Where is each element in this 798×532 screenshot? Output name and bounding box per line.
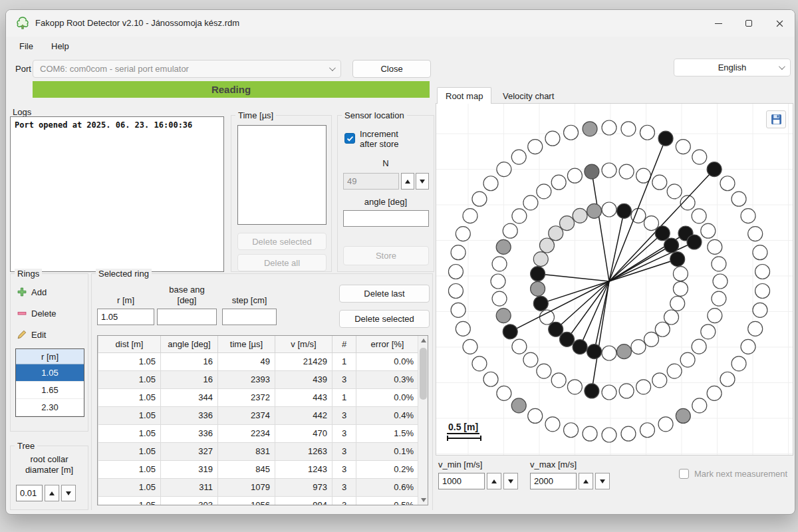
v-max-up-button[interactable]: [579, 473, 593, 489]
v-max-down-button[interactable]: [595, 473, 610, 489]
map-scale-bracket: [447, 436, 481, 441]
step-input[interactable]: [222, 309, 277, 325]
v-min-up-button[interactable]: [487, 473, 501, 489]
arrow-down-icon: [508, 479, 513, 483]
ring-edit-button[interactable]: Edit: [17, 327, 46, 342]
save-map-button[interactable]: [766, 110, 786, 128]
table-row[interactable]: 1.0516492142910.0%: [98, 352, 419, 370]
app-window: Fakopp Root Detector v2.10 - Jánossomoja…: [5, 9, 795, 515]
ring-add-label: Add: [31, 287, 47, 297]
table-header-cell[interactable]: time [µs]: [218, 336, 275, 352]
rings-group-label: Rings: [15, 269, 42, 279]
rings-list-header[interactable]: r [m]: [16, 349, 84, 364]
r-label: r [m]: [97, 295, 154, 305]
table-header-cell[interactable]: dist [m]: [98, 336, 161, 352]
sensor-angle-label: angle [deg]: [338, 197, 434, 207]
mark-next-measurement-checkbox[interactable]: [679, 469, 689, 479]
ring-item[interactable]: 1.65: [16, 382, 84, 399]
table-row[interactable]: 1.05319845124330.2%: [98, 460, 419, 478]
step-label: step [cm]: [222, 295, 277, 305]
table-header-cell[interactable]: angle [deg]: [161, 336, 218, 352]
sensor-group-label: Sensor location: [342, 110, 407, 120]
status-reading-bar: Reading: [33, 81, 430, 98]
delete-selected-button[interactable]: Delete selected: [339, 310, 430, 328]
sensor-n-up-button[interactable]: [401, 173, 414, 190]
menu-help[interactable]: Help: [46, 39, 74, 53]
close-icon: [776, 20, 783, 27]
arrow-up-icon: [491, 479, 497, 483]
language-combobox[interactable]: English: [674, 59, 791, 76]
logs-textarea[interactable]: Port opened at 2025. 06. 23. 16:00:36: [10, 116, 224, 272]
scrollbar-thumb[interactable]: [420, 348, 427, 400]
port-combobox[interactable]: COM6: com0com - serial port emulator: [33, 60, 341, 78]
arrow-down-icon: [420, 180, 425, 184]
minimize-icon: [715, 23, 722, 24]
arrow-down-icon: [66, 491, 71, 495]
arrow-up-icon: [405, 180, 410, 184]
table-header-cell[interactable]: error [%]: [356, 336, 419, 352]
status-text: Reading: [211, 84, 251, 95]
table-row[interactable]: 1.05311107997330.6%: [98, 478, 419, 496]
store-button[interactable]: Store: [343, 246, 429, 265]
table-header-cell[interactable]: #: [332, 336, 356, 352]
v-max-input[interactable]: [530, 473, 577, 489]
sensor-angle-input[interactable]: [343, 210, 429, 227]
table-row[interactable]: 1.05303105699430.5%: [98, 496, 419, 505]
base-ang-input[interactable]: [157, 309, 217, 325]
plus-icon: [17, 287, 27, 297]
v-min-label: v_min [m/s]: [438, 460, 482, 469]
measurements-table: dist [m]angle [deg]time [µs]v [m/s]#erro…: [97, 335, 428, 505]
sensor-location-group: Sensor location Increment after store N …: [337, 115, 434, 272]
minimize-button[interactable]: [703, 10, 733, 37]
base-ang-label: base ang [deg]: [157, 285, 217, 306]
maximize-button[interactable]: [733, 10, 764, 37]
root-map-panel: 0.5 [m]: [436, 103, 793, 456]
ring-add-button[interactable]: Add: [17, 285, 47, 299]
time-group-label: Time [µs]: [235, 110, 276, 120]
ring-item[interactable]: 2.30: [16, 399, 84, 416]
root-collar-diameter-label: root collar diamater [m]: [11, 454, 88, 475]
rings-list-items: 1.051.652.30: [16, 364, 84, 416]
logs-text: Port opened at 2025. 06. 23. 16:00:36: [15, 120, 192, 130]
map-scale: 0.5 [m]: [447, 422, 481, 441]
diameter-down-button[interactable]: [61, 485, 76, 501]
map-scale-label: 0.5 [m]: [447, 422, 479, 434]
root-map-svg[interactable]: [436, 104, 793, 455]
port-label: Port: [15, 64, 31, 74]
time-delete-all-button[interactable]: Delete all: [237, 254, 327, 271]
sensor-n-down-button[interactable]: [416, 173, 429, 190]
v-min-input[interactable]: [438, 473, 485, 489]
table-row[interactable]: 1.0516239343930.3%: [98, 370, 419, 388]
table-row[interactable]: 1.05336237444230.4%: [98, 406, 419, 424]
close-window-button[interactable]: [764, 10, 795, 37]
maximize-icon: [745, 20, 752, 27]
port-combobox-value: COM6: com0com - serial port emulator: [40, 64, 189, 74]
scroll-up-icon: [421, 338, 426, 342]
table-row[interactable]: 1.05327831126330.1%: [98, 442, 419, 460]
table-scrollbar[interactable]: [418, 336, 428, 505]
time-listbox[interactable]: [237, 125, 327, 225]
sensor-n-input[interactable]: [343, 173, 399, 190]
table-row[interactable]: 1.05336223447031.5%: [98, 424, 419, 442]
window-title: Fakopp Root Detector v2.10 - Jánossomoja…: [35, 10, 239, 37]
r-input[interactable]: [97, 309, 154, 325]
increment-after-store-label: Increment after store: [360, 129, 399, 149]
arrow-up-icon: [49, 491, 55, 495]
time-delete-selected-button[interactable]: Delete selected: [237, 233, 327, 250]
menu-file[interactable]: File: [14, 39, 39, 53]
close-port-button[interactable]: Close: [352, 60, 431, 78]
tree-group-label: Tree: [15, 441, 37, 451]
tab-velocity-chart[interactable]: Velocity chart: [496, 89, 561, 103]
delete-last-button[interactable]: Delete last: [339, 285, 430, 303]
ring-item[interactable]: 1.05: [16, 364, 84, 382]
v-min-down-button[interactable]: [503, 473, 518, 489]
increment-after-store-checkbox[interactable]: [344, 133, 355, 144]
app-tree-icon: [15, 16, 30, 31]
tab-root-map[interactable]: Root map: [437, 87, 491, 104]
tree-group: Tree root collar diamater [m]: [10, 446, 88, 510]
table-row[interactable]: 1.05344237244310.0%: [98, 388, 419, 406]
diameter-up-button[interactable]: [45, 485, 59, 501]
table-header-cell[interactable]: v [m/s]: [275, 336, 332, 352]
ring-delete-button[interactable]: Delete: [17, 306, 57, 321]
root-collar-diameter-input[interactable]: [16, 485, 43, 501]
